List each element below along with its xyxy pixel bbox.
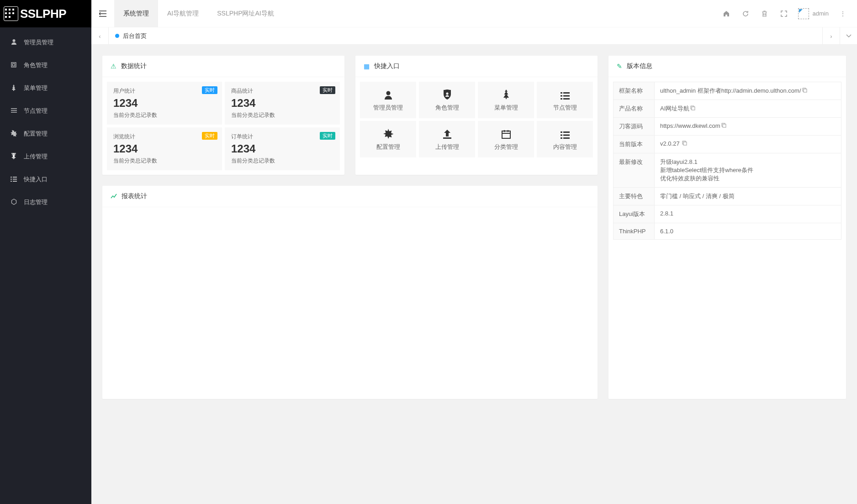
svg-rect-9: [13, 178, 17, 179]
version-row: ThinkPHP6.1.0: [614, 223, 841, 240]
more-icon[interactable]: ⋮: [833, 0, 852, 27]
svg-rect-4: [11, 110, 17, 111]
page-tab-0[interactable]: 后台首页: [109, 27, 153, 45]
stat-sub: 当前分类总记录数: [231, 157, 333, 165]
shortcut-label: 分类管理: [494, 143, 518, 150]
version-key: 框架名称: [614, 82, 655, 100]
stat-badge: 实时: [202, 86, 217, 94]
menu-icon: [9, 130, 18, 138]
shortcut-icon: [537, 128, 593, 143]
copy-icon[interactable]: [682, 141, 687, 147]
version-value: 6.1.0: [655, 223, 841, 240]
svg-rect-24: [561, 135, 562, 136]
shortcut-title: 快捷入口: [374, 62, 400, 70]
version-row: 主要特色零门槛 / 响应式 / 清爽 / 极简: [614, 188, 841, 205]
sidebar-item-6[interactable]: 快捷入口: [0, 168, 91, 191]
stats-icon: ⚠: [111, 63, 116, 70]
shortcut-7[interactable]: 内容管理: [537, 121, 593, 158]
menu-label: 角色管理: [24, 61, 48, 69]
svg-rect-8: [11, 178, 12, 179]
stat-num: 1234: [113, 97, 216, 110]
shortcut-icon: [360, 128, 416, 143]
stat-title: 浏览统计: [113, 133, 216, 141]
svg-rect-30: [723, 124, 726, 127]
svg-rect-6: [11, 177, 12, 178]
chart-title: 报表统计: [122, 192, 147, 200]
sidebar-item-3[interactable]: 节点管理: [0, 100, 91, 122]
version-key: 产品名称: [614, 100, 655, 118]
shortcut-1[interactable]: 角色管理: [419, 82, 475, 118]
trash-icon[interactable]: [755, 0, 774, 27]
sidebar-item-2[interactable]: 菜单管理: [0, 77, 91, 100]
svg-rect-16: [561, 95, 562, 97]
version-value: v2.0.27: [655, 136, 841, 153]
header-nav-0[interactable]: 系统管理: [114, 0, 158, 27]
sidebar-item-7[interactable]: 日志管理: [0, 191, 91, 214]
sidebar-item-1[interactable]: 角色管理: [0, 54, 91, 77]
version-link[interactable]: https://www.dkewl.com: [660, 122, 720, 129]
stat-badge: 实时: [202, 132, 217, 140]
stat-badge: 实时: [320, 86, 335, 94]
svg-rect-19: [563, 98, 570, 100]
svg-rect-20: [443, 137, 451, 139]
sidebar-menu: 管理员管理角色管理菜单管理节点管理配置管理上传管理快捷入口日志管理: [0, 27, 91, 214]
shortcut-2[interactable]: 菜单管理: [478, 82, 534, 118]
tabs-next-button[interactable]: ›: [822, 27, 840, 45]
stat-1: 商品统计1234当前分类总记录数实时: [225, 82, 340, 125]
version-value: AI网址导航: [655, 100, 841, 118]
shortcut-label: 上传管理: [435, 143, 459, 150]
shortcut-6[interactable]: 分类管理: [478, 121, 534, 158]
svg-rect-17: [563, 95, 570, 97]
stat-title: 用户统计: [113, 87, 216, 95]
chart-card: 报表统计: [102, 186, 598, 399]
refresh-icon[interactable]: [736, 0, 755, 27]
menu-toggle-button[interactable]: [91, 0, 114, 27]
user-menu[interactable]: admin: [794, 8, 833, 19]
menu-icon: [9, 199, 18, 206]
header-nav-1[interactable]: AI导航管理: [158, 0, 208, 27]
stat-3: 订单统计1234当前分类总记录数实时: [225, 127, 340, 170]
stat-sub: 当前分类总记录数: [113, 111, 216, 119]
version-key: ThinkPHP: [614, 223, 655, 240]
version-icon: ✎: [617, 63, 622, 70]
header-nav-2[interactable]: SSLPHP网址AI导航: [208, 0, 283, 27]
stat-badge: 实时: [320, 132, 335, 140]
sidebar-item-5[interactable]: 上传管理: [0, 145, 91, 168]
sidebar-item-4[interactable]: 配置管理: [0, 122, 91, 145]
shortcut-label: 管理员管理: [373, 104, 403, 111]
username: admin: [813, 10, 829, 17]
version-link[interactable]: ulthon_admin 框架作者http://admin.demo.ultho…: [660, 87, 801, 94]
menu-icon: [9, 39, 18, 46]
copy-icon[interactable]: [690, 106, 695, 111]
version-row: 最新修改升级layui2.8.1新增tableSelect组件支持where条件…: [614, 153, 841, 188]
fullscreen-icon[interactable]: [774, 0, 794, 27]
sidebar-item-0[interactable]: 管理员管理: [0, 31, 91, 54]
shortcut-icon: [478, 89, 534, 104]
shortcut-0[interactable]: 管理员管理: [360, 82, 416, 118]
copy-icon[interactable]: [721, 123, 726, 129]
shortcut-icon: [419, 128, 475, 143]
svg-rect-2: [13, 63, 15, 66]
svg-rect-18: [561, 98, 562, 100]
svg-rect-1: [11, 63, 16, 67]
version-row: 产品名称AI网址导航: [614, 100, 841, 118]
shortcut-label: 配置管理: [376, 143, 400, 150]
home-icon[interactable]: [717, 0, 736, 27]
shortcut-label: 内容管理: [553, 143, 577, 150]
shortcut-3[interactable]: 节点管理: [537, 82, 593, 118]
copy-icon[interactable]: [802, 88, 807, 94]
shortcut-icon: [360, 89, 416, 104]
shortcut-5[interactable]: 上传管理: [419, 121, 475, 158]
version-link[interactable]: AI网址导航: [660, 105, 689, 112]
stat-num: 1234: [113, 142, 216, 155]
shortcut-label: 节点管理: [553, 104, 577, 111]
tabs-more-button[interactable]: [840, 27, 857, 45]
logo[interactable]: SSLPHP: [0, 0, 91, 27]
shortcut-4[interactable]: 配置管理: [360, 121, 416, 158]
tabs-prev-button[interactable]: ‹: [91, 27, 109, 45]
shortcut-icon: ▦: [364, 63, 370, 70]
svg-point-13: [446, 93, 448, 95]
version-value: 2.8.1: [655, 205, 841, 223]
menu-icon: [9, 84, 18, 92]
svg-point-12: [386, 91, 390, 95]
